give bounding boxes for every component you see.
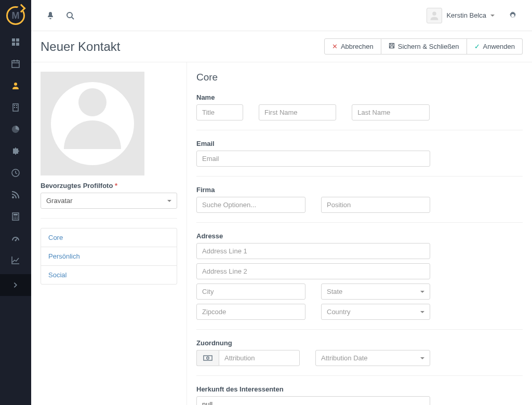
close-icon: ✕	[332, 43, 338, 50]
apply-button[interactable]: ✓ Anwenden	[467, 38, 523, 55]
nav-components[interactable]	[0, 140, 31, 162]
address1-input[interactable]	[196, 243, 430, 259]
settings-button[interactable]	[503, 11, 523, 20]
toolbar: ✕ Abbrechen Sichern & Schließen ✓ Anwend…	[324, 38, 523, 55]
chevron-down-icon	[420, 357, 424, 359]
city-input[interactable]	[196, 284, 305, 300]
svg-point-23	[17, 218, 18, 219]
save-icon	[389, 43, 395, 50]
gear-icon	[509, 11, 517, 20]
attribution-date-select[interactable]: Attribution Date	[315, 350, 430, 366]
page-header: Neuer Kontakt ✕ Abbrechen Sichern & Schl…	[31, 31, 532, 62]
avatar-preview[interactable]	[41, 72, 144, 176]
svg-rect-3	[16, 43, 19, 46]
address-group: Adresse State Country	[196, 232, 523, 320]
svg-rect-1	[16, 38, 19, 42]
svg-rect-11	[16, 105, 17, 106]
name-group: Name	[196, 93, 523, 120]
profile-photo-label: Bevorzugtes Profilfoto *	[41, 182, 177, 190]
nav-stages[interactable]	[0, 227, 31, 249]
user-menu[interactable]: Kerstin Belca	[422, 6, 499, 25]
svg-point-18	[14, 217, 15, 218]
svg-point-26	[67, 12, 72, 18]
brand-logo[interactable]: M	[0, 0, 31, 31]
country-select[interactable]: Country	[321, 304, 430, 320]
user-icon	[11, 82, 20, 90]
company-group: Firma	[196, 186, 523, 213]
profile-photo-select[interactable]: Gravatar	[41, 193, 177, 209]
attribution-label: Zuordnung	[196, 339, 523, 347]
svg-point-33	[207, 357, 209, 359]
firstname-input[interactable]	[259, 104, 336, 120]
calculator-icon	[11, 212, 20, 221]
search-icon	[66, 11, 74, 20]
panel-nav-social[interactable]: Social	[41, 266, 177, 284]
address2-input[interactable]	[196, 263, 430, 279]
svg-rect-9	[13, 104, 18, 111]
nav-expand[interactable]	[0, 274, 31, 296]
svg-rect-32	[204, 356, 212, 360]
lastname-input[interactable]	[352, 104, 429, 120]
nav-points[interactable]	[0, 206, 31, 227]
page-title: Neuer Kontakt	[41, 39, 324, 54]
grid-icon	[11, 38, 20, 46]
panel-nav-core[interactable]: Core	[41, 228, 177, 247]
app-header: Kerstin Belca	[31, 0, 532, 31]
svg-rect-30	[391, 44, 393, 45]
email-group: Email	[196, 140, 523, 167]
nav-reports[interactable]	[0, 249, 31, 271]
money-icon	[196, 350, 219, 366]
attribution-group: Zuordnung Attribution Date	[196, 339, 523, 366]
svg-line-25	[16, 238, 17, 240]
cancel-button[interactable]: ✕ Abbrechen	[324, 38, 381, 55]
left-column: Bevorzugtes Profilfoto * Gravatar Core P…	[31, 62, 187, 405]
zip-input[interactable]	[196, 304, 305, 320]
main-wrap: Bevorzugtes Profilfoto * Gravatar Core P…	[31, 62, 532, 405]
title-input[interactable]	[196, 104, 243, 120]
svg-rect-10	[14, 105, 15, 106]
svg-point-19	[15, 217, 16, 218]
chevron-right-icon	[12, 281, 19, 289]
svg-point-22	[15, 218, 16, 219]
lead-source-select[interactable]: null	[196, 396, 430, 405]
svg-line-27	[72, 17, 74, 19]
avatar-icon	[427, 8, 442, 23]
state-select[interactable]: State	[321, 284, 430, 300]
nav-calendar[interactable]	[0, 53, 31, 75]
lead-source-label: Herkunft des Interessenten	[196, 385, 523, 393]
svg-point-15	[12, 196, 14, 198]
search-button[interactable]	[60, 6, 80, 25]
nav-segments[interactable]	[0, 118, 31, 140]
company-label: Firma	[196, 186, 523, 194]
nav-dashboard[interactable]	[0, 31, 31, 53]
svg-rect-12	[14, 107, 15, 108]
divider	[41, 218, 177, 219]
save-close-button[interactable]: Sichern & Schließen	[381, 38, 467, 55]
svg-rect-4	[12, 61, 19, 68]
svg-rect-2	[12, 43, 15, 46]
notifications-button[interactable]	[41, 6, 60, 25]
panel-nav: Core Persönlich Social	[41, 228, 177, 285]
svg-point-20	[17, 217, 18, 218]
email-input[interactable]	[196, 151, 430, 167]
nav-channels[interactable]	[0, 184, 31, 206]
nav-companies[interactable]	[0, 97, 31, 118]
svg-point-21	[14, 218, 15, 219]
position-input[interactable]	[321, 197, 430, 213]
chevron-down-icon	[490, 15, 495, 17]
company-search-input[interactable]	[196, 197, 305, 213]
lead-source-group: Herkunft des Interessenten null	[196, 385, 523, 405]
nav-campaigns[interactable]	[0, 162, 31, 184]
brand-m-icon: M	[12, 10, 20, 21]
chevron-down-icon	[167, 200, 171, 202]
app-content: Neuer Kontakt ✕ Abbrechen Sichern & Schl…	[31, 31, 532, 405]
profile-photo-value: Gravatar	[46, 197, 73, 205]
attribution-input[interactable]	[219, 350, 300, 366]
address-label: Adresse	[196, 232, 523, 240]
pie-icon	[11, 125, 20, 133]
nav-contacts[interactable]	[0, 75, 31, 97]
app-sidebar: M	[0, 0, 31, 405]
chevron-down-icon	[420, 311, 424, 313]
svg-rect-0	[12, 38, 15, 42]
panel-nav-personal[interactable]: Persönlich	[41, 247, 177, 266]
